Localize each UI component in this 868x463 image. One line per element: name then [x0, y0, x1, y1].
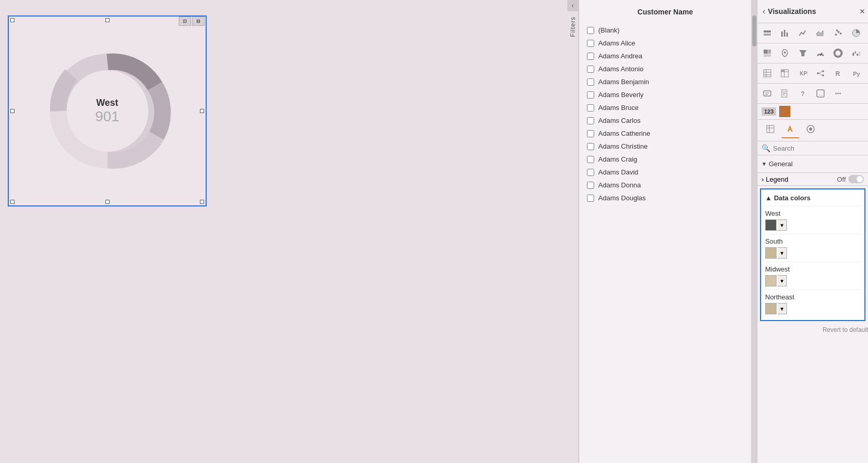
viz-icon-r[interactable]: R: [831, 66, 845, 81]
color-dropdown-midwest[interactable]: ▼: [778, 275, 787, 286]
resize-handle-b[interactable]: [105, 200, 110, 204]
filter-item-alice[interactable]: Adams Alice: [579, 37, 751, 50]
viz-panel-top: ‹ Visualizations ✕: [757, 0, 868, 23]
filter-checkbox-david[interactable]: [587, 169, 594, 176]
viz-icon-matrix[interactable]: [778, 66, 792, 81]
resize-handle-tl[interactable]: [10, 18, 14, 22]
resize-handle-r[interactable]: [200, 109, 204, 113]
filter-checkbox-bruce[interactable]: [587, 104, 594, 111]
revert-to-default-link[interactable]: Revert to default: [823, 326, 868, 333]
viz-tab-fields[interactable]: [762, 122, 779, 138]
filter-item-benjamin[interactable]: Adams Benjamin: [579, 75, 751, 88]
filter-checkbox-blank[interactable]: [587, 27, 594, 34]
viz-icon-qna[interactable]: ?: [796, 86, 810, 101]
filter-item-andrea[interactable]: Adams Andrea: [579, 50, 751, 62]
viz-icon-kpi[interactable]: KPI: [796, 66, 810, 81]
filter-label-antonio: Adams Antonio: [598, 65, 643, 73]
viz-icon-bar-chart[interactable]: [778, 26, 792, 40]
filter-label-craig: Adams Craig: [598, 155, 637, 163]
svg-rect-12: [764, 50, 768, 54]
color-swatch-northeast[interactable]: [765, 303, 777, 314]
color-dropdown-west[interactable]: ▼: [778, 219, 787, 231]
resize-handle-l[interactable]: [10, 109, 14, 113]
filter-checkbox-douglas[interactable]: [587, 195, 594, 202]
filter-item-bruce[interactable]: Adams Bruce: [579, 101, 751, 114]
viz-icon-stacked-bar[interactable]: [760, 26, 774, 40]
viz-icon-custom-visual[interactable]: ...: [813, 86, 828, 101]
viz-icon-line-chart[interactable]: [796, 26, 810, 40]
viz-back-button[interactable]: ‹: [760, 3, 768, 20]
resize-handle-bl[interactable]: [10, 200, 14, 204]
viz-icon-treemap[interactable]: [760, 46, 774, 60]
svg-rect-28: [781, 70, 784, 72]
filter-item-blank[interactable]: (Blank): [579, 24, 751, 37]
filter-checkbox-antonio[interactable]: [587, 66, 594, 73]
filter-item-craig[interactable]: Adams Craig: [579, 153, 751, 166]
viz-tab-analytics[interactable]: [802, 122, 819, 138]
resize-handle-t[interactable]: [105, 18, 110, 22]
filter-scrollbar-thumb[interactable]: [752, 15, 756, 46]
svg-point-51: [840, 93, 841, 94]
filter-item-douglas[interactable]: Adams Douglas: [579, 191, 751, 204]
chart-toolbar-btn-2[interactable]: ⊟: [192, 17, 205, 26]
filter-checkbox-andrea[interactable]: [587, 53, 594, 60]
viz-icon-gauge[interactable]: [813, 46, 828, 60]
viz-icon-table[interactable]: [760, 66, 774, 81]
filter-checkbox-benjamin[interactable]: [587, 78, 594, 86]
viz-general-header[interactable]: ▼ General: [762, 158, 864, 170]
filter-item-david[interactable]: Adams David: [579, 166, 751, 179]
viz-icon-more[interactable]: [831, 86, 845, 101]
color-item-midwest: Midwest ▼: [765, 262, 860, 290]
filter-checkbox-beverly[interactable]: [587, 91, 594, 99]
viz-icon-paginated[interactable]: [778, 86, 792, 101]
viz-data-colors-header[interactable]: ▲ Data colors: [765, 192, 860, 206]
filter-panel-header: Customer Name: [579, 5, 751, 24]
filter-item-carlos[interactable]: Adams Carlos: [579, 114, 751, 127]
resize-handle-br[interactable]: [200, 200, 204, 204]
filter-checkbox-carlos[interactable]: [587, 117, 594, 124]
chart-widget[interactable]: ⊡ ⊟ West 901: [8, 15, 207, 206]
filter-checkbox-alice[interactable]: [587, 40, 594, 47]
filter-scrollbar[interactable]: [752, 0, 757, 463]
filter-checkbox-catherine[interactable]: [587, 130, 594, 137]
filter-item-beverly[interactable]: Adams Beverly: [579, 88, 751, 101]
chart-toolbar-btn-1[interactable]: ⊡: [179, 17, 191, 26]
viz-icon-funnel[interactable]: [796, 46, 810, 60]
filter-checkbox-donna[interactable]: [587, 182, 594, 189]
viz-icon-python[interactable]: Py: [849, 66, 863, 81]
viz-color-preview[interactable]: [779, 106, 791, 117]
filter-checkbox-christine[interactable]: [587, 143, 594, 150]
viz-icon-map[interactable]: [778, 46, 792, 60]
filter-checkbox-craig[interactable]: [587, 156, 594, 163]
color-dropdown-northeast[interactable]: ▼: [778, 303, 787, 314]
viz-icon-decomp-tree[interactable]: [813, 66, 828, 81]
svg-line-36: [819, 73, 822, 75]
viz-icon-smart-narrative[interactable]: [760, 86, 774, 101]
color-swatch-midwest[interactable]: [765, 275, 777, 286]
chart-region-value: 901: [95, 108, 119, 125]
viz-icon-scatter[interactable]: [831, 26, 845, 40]
viz-icon-pie[interactable]: [849, 26, 863, 40]
color-item-south: South ▼: [765, 234, 860, 262]
color-dropdown-south[interactable]: ▼: [778, 247, 787, 259]
filter-item-donna[interactable]: Adams Donna: [579, 179, 751, 191]
filter-item-catherine[interactable]: Adams Catherine: [579, 127, 751, 140]
viz-icon-waterfall[interactable]: [849, 46, 863, 60]
viz-panel-close-button[interactable]: ✕: [859, 7, 865, 15]
viz-icon-area-chart[interactable]: [813, 26, 828, 40]
viz-search-input[interactable]: [773, 145, 864, 152]
viz-legend-off-label: Off: [837, 175, 846, 183]
legend-toggle-switch[interactable]: [848, 175, 864, 183]
svg-point-10: [836, 29, 838, 31]
svg-rect-3: [781, 31, 783, 37]
filter-item-antonio[interactable]: Adams Antonio: [579, 62, 751, 75]
chevron-up-icon: ▲: [765, 194, 772, 202]
color-swatch-west[interactable]: [765, 219, 777, 231]
filter-collapse-btn[interactable]: ‹: [567, 0, 579, 11]
viz-icon-donut[interactable]: [831, 46, 845, 60]
filter-item-christine[interactable]: Adams Christine: [579, 140, 751, 153]
viz-tab-format[interactable]: [782, 122, 799, 138]
filter-panel: Customer Name (Blank) Adams Alice Adams …: [579, 0, 752, 463]
color-swatch-south[interactable]: [765, 247, 777, 259]
filter-side-label[interactable]: Filters: [568, 11, 578, 42]
